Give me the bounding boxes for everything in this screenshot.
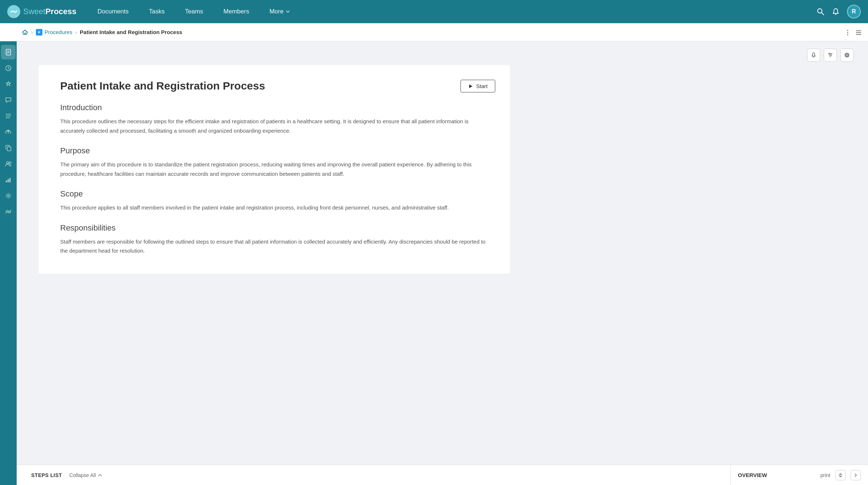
sidebar-item-team[interactable]: [1, 157, 16, 171]
nav-tasks[interactable]: Tasks: [139, 0, 175, 23]
svg-point-29: [813, 57, 814, 58]
more-options-icon[interactable]: [844, 28, 851, 36]
nav-members[interactable]: Members: [213, 0, 259, 23]
filter-action-icon[interactable]: [824, 49, 837, 62]
overview-next-icon[interactable]: [851, 470, 861, 480]
svg-point-8: [847, 30, 848, 31]
document-area: Patient Intake and Registration Process …: [38, 65, 510, 274]
content-actions: [38, 49, 853, 62]
sidebar-item-comments[interactable]: [1, 93, 16, 107]
svg-line-2: [822, 13, 824, 15]
svg-point-24: [9, 162, 11, 164]
svg-point-35: [845, 53, 849, 57]
sidebar-item-copy[interactable]: [1, 141, 16, 155]
procedures-icon: [36, 29, 42, 36]
nav-right-icons: R: [817, 5, 861, 18]
svg-point-36: [846, 53, 848, 57]
section-text-purpose: The primary aim of this procedure is to …: [60, 160, 488, 178]
collapse-sidebar-icon[interactable]: [855, 28, 862, 36]
print-button[interactable]: print: [821, 472, 830, 478]
svg-rect-22: [7, 147, 11, 151]
section-text-responsibilities: Staff members are responsible for follow…: [60, 237, 488, 256]
svg-point-9: [847, 32, 848, 33]
bottom-overview-section: OVERVIEW print: [730, 465, 868, 485]
nav-links: Documents Tasks Teams Members More: [87, 0, 817, 23]
notification-action-icon[interactable]: [807, 49, 820, 62]
svg-rect-27: [9, 178, 11, 182]
nav-more[interactable]: More: [259, 0, 300, 23]
collapse-all-button[interactable]: Collapse All: [69, 472, 102, 478]
logo-text: SweetProcess: [23, 7, 77, 16]
sidebar-item-upload[interactable]: [1, 125, 16, 139]
bottom-steps-section: STEPS LIST Collapse All: [17, 472, 730, 478]
sidebar-item-favorites[interactable]: [1, 77, 16, 91]
top-navigation: SweetProcess Documents Tasks Teams Membe…: [0, 0, 868, 23]
bottom-bar: STEPS LIST Collapse All OVERVIEW print: [17, 465, 868, 485]
sidebar-item-list[interactable]: [1, 109, 16, 123]
breadcrumb-home[interactable]: [22, 28, 28, 36]
breadcrumb-actions: [844, 28, 862, 36]
sidebar: [0, 41, 17, 485]
sidebar-item-recent[interactable]: [1, 61, 16, 75]
section-title-responsibilities: Responsibilities: [60, 223, 488, 233]
overview-expand-icon[interactable]: [835, 470, 846, 480]
overview-actions: print: [821, 470, 861, 480]
breadcrumb-current: Patient Intake and Registration Process: [80, 29, 182, 35]
main-content: Patient Intake and Registration Process …: [17, 41, 868, 485]
svg-rect-26: [8, 179, 9, 182]
breadcrumb-procedures[interactable]: Procedures: [36, 29, 73, 36]
section-text-scope: This procedure applies to all staff memb…: [60, 203, 488, 212]
sidebar-item-analytics[interactable]: [1, 173, 16, 187]
breadcrumb-sep-2: ›: [75, 29, 77, 35]
svg-point-34: [831, 55, 832, 56]
breadcrumb-sep-1: ›: [31, 29, 33, 35]
section-text-introduction: This procedure outlines the necessary st…: [60, 117, 488, 135]
breadcrumb: › Procedures › Patient Intake and Regist…: [22, 28, 182, 36]
overview-label: OVERVIEW: [738, 472, 821, 478]
globe-action-icon[interactable]: [840, 49, 853, 62]
user-avatar[interactable]: R: [847, 5, 861, 18]
logo[interactable]: SweetProcess: [7, 5, 77, 18]
start-button[interactable]: Start: [460, 80, 495, 92]
svg-rect-25: [6, 181, 7, 182]
breadcrumb-bar: › Procedures › Patient Intake and Regist…: [0, 23, 868, 41]
svg-point-23: [7, 162, 9, 164]
svg-point-33: [829, 53, 830, 54]
notifications-icon[interactable]: [832, 8, 840, 16]
nav-teams[interactable]: Teams: [175, 0, 213, 23]
svg-point-28: [8, 195, 9, 197]
search-icon[interactable]: [817, 8, 824, 16]
nav-documents[interactable]: Documents: [87, 0, 139, 23]
svg-point-10: [847, 34, 848, 35]
section-title-scope: Scope: [60, 189, 488, 199]
document-title: Patient Intake and Registration Process: [60, 80, 488, 92]
sidebar-item-settings[interactable]: [1, 188, 16, 203]
svg-marker-39: [469, 84, 472, 88]
section-title-introduction: Introduction: [60, 103, 488, 112]
section-title-purpose: Purpose: [60, 146, 488, 156]
steps-list-label: STEPS LIST: [31, 472, 62, 478]
sidebar-item-integrations[interactable]: [1, 204, 16, 219]
sidebar-item-document[interactable]: [1, 45, 16, 59]
svg-point-3: [835, 14, 836, 15]
